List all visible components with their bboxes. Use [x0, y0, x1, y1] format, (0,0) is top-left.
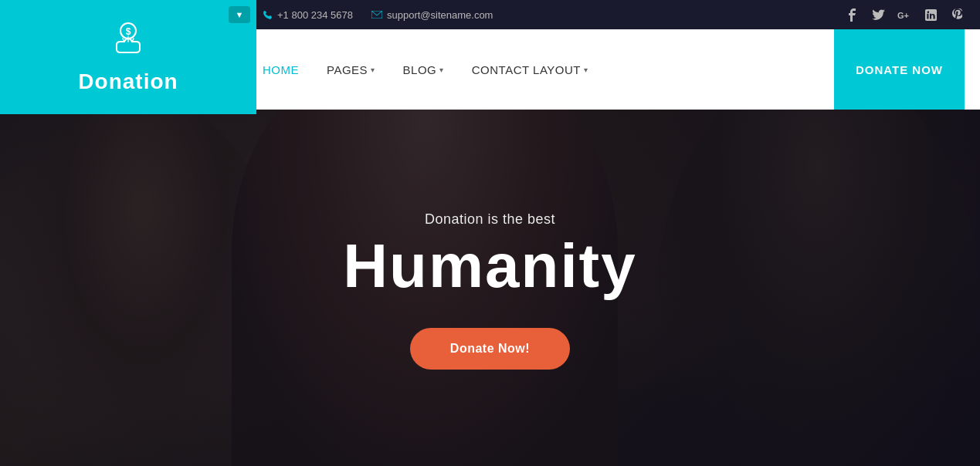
nav-blog-label: BLOG [403, 63, 437, 76]
email-info: support@sitename.com [371, 9, 493, 21]
phone-icon [263, 10, 273, 20]
nav-contact-layout[interactable]: CONTACT LAYOUT ▾ [472, 63, 588, 76]
facebook-link[interactable] [844, 7, 860, 22]
hero-subtitle: Donation is the best [425, 211, 555, 228]
nav-home[interactable]: HOME [263, 63, 299, 76]
top-bar-contact: +1 800 234 5678 support@sitename.com [263, 9, 493, 21]
contact-chevron-icon: ▾ [584, 66, 588, 74]
pages-chevron-icon: ▾ [371, 66, 375, 74]
logo-icon: $ [109, 20, 148, 66]
twitter-link[interactable] [870, 7, 886, 22]
logo: $ Donation [0, 0, 256, 114]
logo-dropdown[interactable] [229, 6, 250, 23]
blog-chevron-icon: ▾ [439, 66, 444, 74]
linkedin-link[interactable] [923, 7, 938, 22]
nav-home-label: HOME [263, 63, 299, 76]
hero-cta-button[interactable]: Donate Now! [410, 328, 570, 370]
svg-text:$: $ [126, 26, 131, 37]
donate-now-button[interactable]: DONATE NOW [834, 29, 965, 110]
logo-text: Donation [78, 69, 178, 94]
hero-title: Humanity [343, 235, 637, 297]
phone-number: +1 800 234 5678 [277, 9, 353, 21]
nav-links: HOME PAGES ▾ BLOG ▾ CONTACT LAYOUT ▾ [263, 63, 588, 76]
email-address: support@sitename.com [387, 9, 493, 21]
googleplus-link[interactable]: G+ [897, 7, 912, 22]
nav-contact-label: CONTACT LAYOUT [472, 63, 581, 76]
header-wrapper: $ Donation +1 800 234 5678 [0, 0, 980, 110]
email-icon [371, 11, 382, 19]
nav-pages-label: PAGES [327, 63, 368, 76]
social-links: G+ [844, 7, 965, 22]
nav-pages[interactable]: PAGES ▾ [327, 63, 375, 76]
phone-info: +1 800 234 5678 [263, 9, 353, 21]
pinterest-link[interactable] [949, 7, 965, 22]
svg-text:G+: G+ [897, 11, 909, 19]
nav-blog[interactable]: BLOG ▾ [403, 63, 444, 76]
